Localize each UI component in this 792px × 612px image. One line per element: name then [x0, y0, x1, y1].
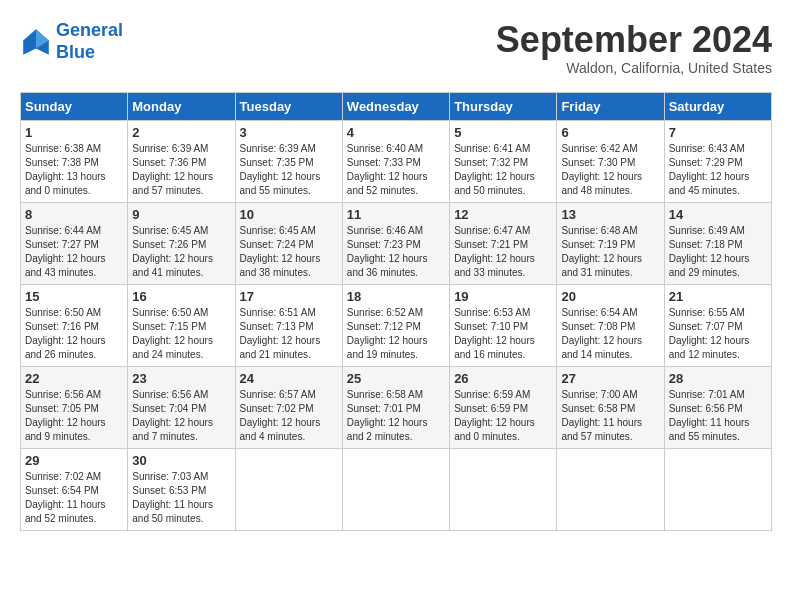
day-info: Sunrise: 6:45 AM Sunset: 7:24 PM Dayligh… — [240, 224, 338, 280]
day-number: 10 — [240, 207, 338, 222]
sunrise-time: Sunrise: 7:03 AM — [132, 471, 208, 482]
sunrise-time: Sunrise: 6:59 AM — [454, 389, 530, 400]
calendar-cell — [557, 448, 664, 530]
sunrise-time: Sunrise: 6:39 AM — [240, 143, 316, 154]
sunset-time: Sunset: 7:02 PM — [240, 403, 314, 414]
daylight-hours: Daylight: 12 hours and 57 minutes. — [132, 171, 213, 196]
daylight-hours: Daylight: 11 hours and 50 minutes. — [132, 499, 213, 524]
day-number: 15 — [25, 289, 123, 304]
day-number: 4 — [347, 125, 445, 140]
day-number: 16 — [132, 289, 230, 304]
daylight-hours: Daylight: 12 hours and 4 minutes. — [240, 417, 321, 442]
day-number: 24 — [240, 371, 338, 386]
calendar-cell: 3 Sunrise: 6:39 AM Sunset: 7:35 PM Dayli… — [235, 120, 342, 202]
day-info: Sunrise: 6:41 AM Sunset: 7:32 PM Dayligh… — [454, 142, 552, 198]
calendar-cell: 18 Sunrise: 6:52 AM Sunset: 7:12 PM Dayl… — [342, 284, 449, 366]
sunrise-time: Sunrise: 6:51 AM — [240, 307, 316, 318]
daylight-hours: Daylight: 12 hours and 0 minutes. — [454, 417, 535, 442]
day-info: Sunrise: 6:39 AM Sunset: 7:36 PM Dayligh… — [132, 142, 230, 198]
day-info: Sunrise: 6:40 AM Sunset: 7:33 PM Dayligh… — [347, 142, 445, 198]
calendar-cell: 14 Sunrise: 6:49 AM Sunset: 7:18 PM Dayl… — [664, 202, 771, 284]
calendar-cell: 8 Sunrise: 6:44 AM Sunset: 7:27 PM Dayli… — [21, 202, 128, 284]
daylight-hours: Daylight: 11 hours and 55 minutes. — [669, 417, 750, 442]
calendar-cell: 21 Sunrise: 6:55 AM Sunset: 7:07 PM Dayl… — [664, 284, 771, 366]
day-info: Sunrise: 6:38 AM Sunset: 7:38 PM Dayligh… — [25, 142, 123, 198]
daylight-hours: Daylight: 12 hours and 41 minutes. — [132, 253, 213, 278]
sunrise-time: Sunrise: 6:46 AM — [347, 225, 423, 236]
sunset-time: Sunset: 7:10 PM — [454, 321, 528, 332]
day-number: 13 — [561, 207, 659, 222]
calendar-cell: 23 Sunrise: 6:56 AM Sunset: 7:04 PM Dayl… — [128, 366, 235, 448]
sunset-time: Sunset: 7:30 PM — [561, 157, 635, 168]
calendar-cell — [342, 448, 449, 530]
calendar-cell — [664, 448, 771, 530]
sunset-time: Sunset: 7:13 PM — [240, 321, 314, 332]
sunrise-time: Sunrise: 6:49 AM — [669, 225, 745, 236]
calendar-week-4: 22 Sunrise: 6:56 AM Sunset: 7:05 PM Dayl… — [21, 366, 772, 448]
calendar-cell: 19 Sunrise: 6:53 AM Sunset: 7:10 PM Dayl… — [450, 284, 557, 366]
daylight-hours: Daylight: 12 hours and 12 minutes. — [669, 335, 750, 360]
day-info: Sunrise: 6:39 AM Sunset: 7:35 PM Dayligh… — [240, 142, 338, 198]
calendar-cell: 15 Sunrise: 6:50 AM Sunset: 7:16 PM Dayl… — [21, 284, 128, 366]
sunset-time: Sunset: 7:27 PM — [25, 239, 99, 250]
sunset-time: Sunset: 6:58 PM — [561, 403, 635, 414]
daylight-hours: Daylight: 11 hours and 57 minutes. — [561, 417, 642, 442]
day-info: Sunrise: 6:45 AM Sunset: 7:26 PM Dayligh… — [132, 224, 230, 280]
calendar-cell: 28 Sunrise: 7:01 AM Sunset: 6:56 PM Dayl… — [664, 366, 771, 448]
day-info: Sunrise: 6:44 AM Sunset: 7:27 PM Dayligh… — [25, 224, 123, 280]
day-info: Sunrise: 6:48 AM Sunset: 7:19 PM Dayligh… — [561, 224, 659, 280]
calendar-table: Sunday Monday Tuesday Wednesday Thursday… — [20, 92, 772, 531]
sunset-time: Sunset: 7:38 PM — [25, 157, 99, 168]
sunrise-time: Sunrise: 6:42 AM — [561, 143, 637, 154]
sunrise-time: Sunrise: 7:01 AM — [669, 389, 745, 400]
day-number: 25 — [347, 371, 445, 386]
sunrise-time: Sunrise: 6:58 AM — [347, 389, 423, 400]
daylight-hours: Daylight: 13 hours and 0 minutes. — [25, 171, 106, 196]
calendar-cell: 26 Sunrise: 6:59 AM Sunset: 6:59 PM Dayl… — [450, 366, 557, 448]
calendar-week-1: 1 Sunrise: 6:38 AM Sunset: 7:38 PM Dayli… — [21, 120, 772, 202]
day-info: Sunrise: 6:42 AM Sunset: 7:30 PM Dayligh… — [561, 142, 659, 198]
header-sunday: Sunday — [21, 92, 128, 120]
daylight-hours: Daylight: 12 hours and 26 minutes. — [25, 335, 106, 360]
sunrise-time: Sunrise: 6:38 AM — [25, 143, 101, 154]
calendar-cell — [450, 448, 557, 530]
day-number: 11 — [347, 207, 445, 222]
sunrise-time: Sunrise: 6:48 AM — [561, 225, 637, 236]
calendar-week-5: 29 Sunrise: 7:02 AM Sunset: 6:54 PM Dayl… — [21, 448, 772, 530]
day-number: 8 — [25, 207, 123, 222]
calendar-cell: 7 Sunrise: 6:43 AM Sunset: 7:29 PM Dayli… — [664, 120, 771, 202]
daylight-hours: Daylight: 12 hours and 24 minutes. — [132, 335, 213, 360]
sunset-time: Sunset: 7:01 PM — [347, 403, 421, 414]
day-info: Sunrise: 6:46 AM Sunset: 7:23 PM Dayligh… — [347, 224, 445, 280]
day-info: Sunrise: 6:59 AM Sunset: 6:59 PM Dayligh… — [454, 388, 552, 444]
day-number: 30 — [132, 453, 230, 468]
calendar-cell: 16 Sunrise: 6:50 AM Sunset: 7:15 PM Dayl… — [128, 284, 235, 366]
daylight-hours: Daylight: 12 hours and 7 minutes. — [132, 417, 213, 442]
header-wednesday: Wednesday — [342, 92, 449, 120]
day-info: Sunrise: 6:57 AM Sunset: 7:02 PM Dayligh… — [240, 388, 338, 444]
sunset-time: Sunset: 6:56 PM — [669, 403, 743, 414]
day-info: Sunrise: 7:02 AM Sunset: 6:54 PM Dayligh… — [25, 470, 123, 526]
daylight-hours: Daylight: 12 hours and 21 minutes. — [240, 335, 321, 360]
sunrise-time: Sunrise: 6:56 AM — [132, 389, 208, 400]
day-number: 6 — [561, 125, 659, 140]
sunrise-time: Sunrise: 6:52 AM — [347, 307, 423, 318]
day-info: Sunrise: 7:01 AM Sunset: 6:56 PM Dayligh… — [669, 388, 767, 444]
logo: General Blue — [20, 20, 123, 63]
header-friday: Friday — [557, 92, 664, 120]
sunrise-time: Sunrise: 6:40 AM — [347, 143, 423, 154]
sunset-time: Sunset: 7:36 PM — [132, 157, 206, 168]
logo-line1: General — [56, 20, 123, 40]
calendar-cell: 9 Sunrise: 6:45 AM Sunset: 7:26 PM Dayli… — [128, 202, 235, 284]
day-number: 28 — [669, 371, 767, 386]
sunset-time: Sunset: 7:07 PM — [669, 321, 743, 332]
daylight-hours: Daylight: 12 hours and 36 minutes. — [347, 253, 428, 278]
day-number: 14 — [669, 207, 767, 222]
day-number: 22 — [25, 371, 123, 386]
daylight-hours: Daylight: 12 hours and 45 minutes. — [669, 171, 750, 196]
sunset-time: Sunset: 7:32 PM — [454, 157, 528, 168]
daylight-hours: Daylight: 12 hours and 16 minutes. — [454, 335, 535, 360]
sunrise-time: Sunrise: 6:41 AM — [454, 143, 530, 154]
calendar-cell: 10 Sunrise: 6:45 AM Sunset: 7:24 PM Dayl… — [235, 202, 342, 284]
daylight-hours: Daylight: 12 hours and 9 minutes. — [25, 417, 106, 442]
